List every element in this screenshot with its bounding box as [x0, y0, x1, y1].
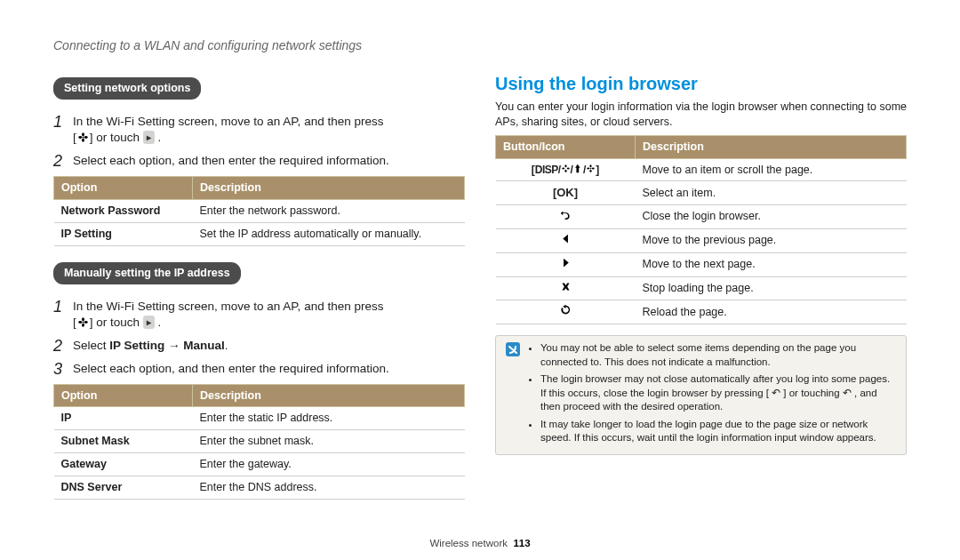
- left-icon: [496, 228, 636, 252]
- option-name: IP Setting: [54, 222, 193, 245]
- button-desc: Stop loading the page.: [636, 276, 907, 300]
- table-button-icon: Button/Icon Description [DISP///] Move t…: [495, 135, 907, 325]
- section-heading-login-browser: Using the login browser: [495, 72, 907, 96]
- back-icon: [496, 204, 636, 228]
- step-number: 2: [53, 153, 73, 171]
- svg-point-9: [84, 321, 88, 324]
- step2-bold1: IP Setting: [109, 339, 164, 352]
- button-desc: Move to the next page.: [636, 252, 907, 276]
- step-1: 1 In the Wi-Fi Setting screen, move to a…: [53, 299, 465, 332]
- svg-point-3: [78, 136, 82, 139]
- step-body: In the Wi-Fi Setting screen, move to an …: [73, 299, 465, 332]
- table-manual-ip: Option Description IP Enter the static I…: [53, 384, 465, 500]
- step2-bold2: Manual: [183, 339, 225, 352]
- page-header: Connecting to a WLAN and configuring net…: [53, 37, 907, 54]
- option-desc: Set the IP address automatically or manu…: [193, 222, 465, 245]
- footer-section: Wireless network: [429, 538, 508, 548]
- button-desc: Reload the page.: [636, 300, 907, 324]
- svg-point-12: [562, 167, 564, 169]
- option-desc: Enter the static IP address.: [193, 407, 465, 430]
- svg-point-11: [564, 170, 566, 172]
- step-2: 2 Select IP Setting → Manual.: [53, 338, 465, 356]
- button-desc: Select an item.: [636, 181, 907, 205]
- option-desc: Enter the network password.: [193, 199, 465, 222]
- step-number: 3: [53, 361, 73, 379]
- button-desc: Close the login browser.: [636, 204, 907, 228]
- left-column: Setting network options 1 In the Wi-Fi S…: [53, 72, 465, 510]
- button-desc: Move to the previous page.: [636, 228, 907, 252]
- step-number: 2: [53, 338, 73, 356]
- dpad-icon: [DISP///]: [496, 158, 636, 181]
- option-name: Gateway: [54, 453, 193, 476]
- note-box: You may not be able to select some items…: [495, 335, 907, 455]
- reload-icon: [496, 300, 636, 324]
- step-number: 1: [53, 114, 73, 148]
- steps-network-options: 1 In the Wi-Fi Setting screen, move to a…: [53, 114, 465, 171]
- note-list: You may not be able to select some items…: [528, 341, 897, 449]
- table-header-option: Option: [54, 177, 193, 200]
- option-desc: Enter the gateway.: [193, 453, 465, 476]
- svg-point-1: [82, 132, 84, 136]
- stop-icon: [496, 276, 636, 300]
- table-row: Stop loading the page.: [496, 276, 907, 300]
- table-network-options: Option Description Network Password Ente…: [53, 176, 465, 246]
- step-number: 1: [53, 299, 73, 332]
- table-header-option: Option: [54, 384, 193, 407]
- touch-chip-icon: ▸: [143, 131, 155, 145]
- table-row: [DISP///] Move to an item or scroll the …: [496, 158, 907, 181]
- svg-point-15: [590, 164, 592, 167]
- touch-chip-icon: ▸: [143, 316, 155, 330]
- table-header-button-icon: Button/Icon: [496, 135, 636, 158]
- svg-point-6: [82, 317, 84, 321]
- table-row: Subnet Mask Enter the subnet mask.: [54, 430, 465, 453]
- step-body: In the Wi-Fi Setting screen, move to an …: [73, 114, 465, 148]
- step-body: Select each option, and then enter the r…: [73, 361, 465, 379]
- table-row: DNS Server Enter the DNS address.: [54, 476, 465, 500]
- note-icon: [505, 341, 521, 449]
- option-name: Network Password: [54, 199, 193, 222]
- flower-icon: [77, 316, 89, 332]
- svg-point-0: [82, 137, 84, 139]
- table-header-description: Description: [636, 135, 907, 158]
- step-body: Select each option, and then enter the r…: [73, 153, 465, 171]
- table-header-description: Description: [193, 177, 465, 200]
- manual-page: Connecting to a WLAN and configuring net…: [0, 0, 960, 560]
- step-2: 2 Select each option, and then enter the…: [53, 153, 465, 171]
- table-row: Gateway Enter the gateway.: [54, 453, 465, 476]
- svg-point-2: [82, 139, 84, 142]
- svg-point-4: [84, 136, 88, 139]
- step2-arrow: →: [164, 339, 183, 352]
- svg-point-10: [564, 164, 566, 167]
- step2-post: .: [225, 339, 228, 352]
- table-row: Reload the page.: [496, 300, 907, 324]
- steps-manual-ip: 1 In the Wi-Fi Setting screen, move to a…: [53, 299, 465, 379]
- section-pill-manual-ip: Manually setting the IP address: [53, 262, 241, 284]
- note-item: The login browser may not close automati…: [540, 372, 897, 414]
- table-header-description: Description: [193, 384, 465, 407]
- svg-point-18: [592, 167, 595, 169]
- svg-point-14: [590, 168, 592, 170]
- page-footer: Wireless network 113: [0, 537, 960, 551]
- step-text-a: In the Wi-Fi Setting screen, move to an …: [73, 300, 383, 313]
- svg-point-7: [82, 324, 84, 327]
- intro-paragraph: You can enter your login information via…: [495, 100, 907, 130]
- svg-point-16: [590, 170, 592, 172]
- step-3: 3 Select each option, and then enter the…: [53, 361, 465, 379]
- table-row: Move to the previous page.: [496, 228, 907, 252]
- option-desc: Enter the DNS address.: [193, 476, 465, 500]
- step-text-a: In the Wi-Fi Setting screen, move to an …: [73, 115, 383, 128]
- right-icon: [496, 252, 636, 276]
- step-body: Select IP Setting → Manual.: [73, 338, 465, 356]
- table-row: IP Enter the static IP address.: [54, 407, 465, 430]
- table-row: Move to the next page.: [496, 252, 907, 276]
- note-item: It may take longer to load the login pag…: [540, 418, 897, 445]
- step-text-b: or touch: [96, 131, 140, 144]
- table-row: Close the login browser.: [496, 204, 907, 228]
- table-row: Network Password Enter the network passw…: [54, 199, 465, 222]
- step-1: 1 In the Wi-Fi Setting screen, move to a…: [53, 114, 465, 148]
- svg-point-8: [78, 321, 82, 324]
- button-desc: Move to an item or scroll the page.: [636, 158, 907, 181]
- svg-point-17: [588, 167, 590, 169]
- option-name: IP: [54, 407, 193, 430]
- table-row: [OK] Select an item.: [496, 181, 907, 205]
